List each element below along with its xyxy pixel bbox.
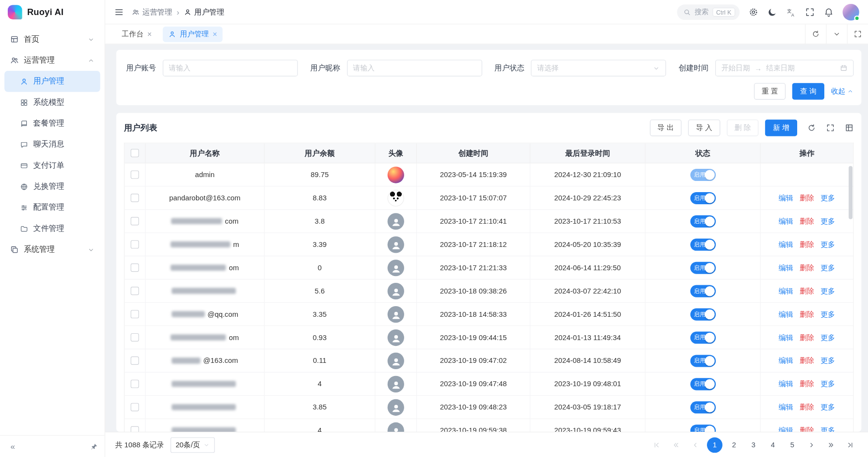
sidebar-item-operations[interactable]: 运营管理 <box>4 50 100 71</box>
delete-link[interactable]: 删除 <box>800 379 814 389</box>
page-number-button[interactable]: 1 <box>707 437 722 453</box>
select-all-checkbox[interactable] <box>131 149 139 157</box>
status-toggle[interactable]: 启用 <box>690 192 715 204</box>
edit-link[interactable]: 编辑 <box>779 193 793 203</box>
sidebar-subitem[interactable]: 文件管理 <box>4 218 100 239</box>
refresh-icon[interactable] <box>807 123 816 132</box>
status-select[interactable]: 请选择 <box>531 60 666 76</box>
dark-mode-icon[interactable] <box>767 7 777 17</box>
edit-link[interactable]: 编辑 <box>779 379 793 389</box>
close-icon[interactable]: × <box>147 30 152 38</box>
delete-link[interactable]: 删除 <box>800 309 814 319</box>
edit-link[interactable]: 编辑 <box>779 332 793 343</box>
delete-link[interactable]: 删除 <box>800 239 814 249</box>
breadcrumb-item-user-management[interactable]: 用户管理 <box>184 7 224 17</box>
first-page-button[interactable] <box>649 437 664 453</box>
hamburger-menu-icon[interactable] <box>114 7 124 17</box>
user-avatar[interactable] <box>843 3 859 20</box>
more-link[interactable]: 更多 <box>821 379 835 389</box>
prev-page-button[interactable] <box>688 437 703 453</box>
sidebar-subitem[interactable]: 套餐管理 <box>4 113 100 134</box>
row-checkbox[interactable] <box>131 310 139 318</box>
add-button[interactable]: 新 增 <box>765 119 797 136</box>
sidebar-subitem[interactable]: 兑换管理 <box>4 176 100 197</box>
page-number-button[interactable]: 2 <box>726 437 742 453</box>
edit-link[interactable]: 编辑 <box>779 356 793 366</box>
edit-link[interactable]: 编辑 <box>779 286 793 296</box>
nickname-input[interactable]: 请输入 <box>347 60 482 76</box>
edit-link[interactable]: 编辑 <box>779 262 793 273</box>
table-scrollbar[interactable] <box>849 164 852 432</box>
row-checkbox[interactable] <box>131 333 139 342</box>
row-checkbox[interactable] <box>131 380 139 388</box>
sidebar-item-home[interactable]: 首页 <box>4 29 100 49</box>
pin-icon[interactable] <box>90 442 98 450</box>
sidebar-subitem[interactable]: 支付订单 <box>4 155 100 176</box>
status-toggle[interactable]: 启用 <box>690 331 715 343</box>
status-toggle[interactable]: 启用 <box>690 261 715 274</box>
row-checkbox[interactable] <box>131 170 139 179</box>
more-link[interactable]: 更多 <box>821 193 835 203</box>
more-link[interactable]: 更多 <box>821 332 835 343</box>
edit-link[interactable]: 编辑 <box>779 425 793 432</box>
export-button[interactable]: 导 出 <box>650 119 682 136</box>
row-checkbox[interactable] <box>131 357 139 365</box>
row-checkbox[interactable] <box>131 263 139 272</box>
reset-button[interactable]: 重 置 <box>754 83 786 99</box>
sidebar-subitem[interactable]: 用户管理 <box>4 71 100 92</box>
edit-link[interactable]: 编辑 <box>779 309 793 319</box>
tab-options-button[interactable] <box>826 24 847 44</box>
settings-icon[interactable] <box>749 7 759 17</box>
prev-pages-button[interactable] <box>668 437 684 453</box>
search-button[interactable]: 查 询 <box>792 83 824 99</box>
status-toggle[interactable]: 启用 <box>690 168 715 180</box>
status-toggle[interactable]: 启用 <box>690 285 715 297</box>
delete-button[interactable]: 删 除 <box>727 119 759 136</box>
sidebar-subitem[interactable]: 聊天消息 <box>4 134 100 155</box>
delete-link[interactable]: 删除 <box>800 425 814 432</box>
edit-link[interactable]: 编辑 <box>779 402 793 412</box>
edit-link[interactable]: 编辑 <box>779 216 793 227</box>
more-link[interactable]: 更多 <box>821 425 835 432</box>
scrollbar-thumb[interactable] <box>849 166 852 219</box>
next-page-button[interactable] <box>804 437 819 453</box>
sidebar-subitem[interactable]: 配置管理 <box>4 197 100 218</box>
status-toggle[interactable]: 启用 <box>690 238 715 250</box>
page-size-select[interactable]: 20条/页 <box>171 437 215 453</box>
import-button[interactable]: 导 入 <box>688 119 720 136</box>
breadcrumb-item-operations[interactable]: 运营管理 <box>132 7 172 17</box>
more-link[interactable]: 更多 <box>821 402 835 412</box>
language-icon[interactable]: 文A <box>786 7 796 17</box>
collapse-filters-link[interactable]: 收起 <box>831 86 854 97</box>
delete-link[interactable]: 删除 <box>800 286 814 296</box>
row-checkbox[interactable] <box>131 217 139 225</box>
edit-link[interactable]: 编辑 <box>779 239 793 249</box>
date-range-picker[interactable]: 开始日期 → 结束日期 <box>715 60 853 76</box>
delete-link[interactable]: 删除 <box>800 356 814 366</box>
page-number-button[interactable]: 5 <box>785 437 800 453</box>
delete-link[interactable]: 删除 <box>800 262 814 273</box>
status-toggle[interactable]: 启用 <box>690 215 715 227</box>
more-link[interactable]: 更多 <box>821 239 835 249</box>
notifications-icon[interactable] <box>824 7 834 17</box>
row-checkbox[interactable] <box>131 403 139 411</box>
row-checkbox[interactable] <box>131 426 139 432</box>
delete-link[interactable]: 删除 <box>800 193 814 203</box>
more-link[interactable]: 更多 <box>821 216 835 227</box>
close-icon[interactable]: × <box>213 30 217 38</box>
delete-link[interactable]: 删除 <box>800 216 814 227</box>
row-checkbox[interactable] <box>131 287 139 295</box>
next-pages-button[interactable] <box>823 437 839 453</box>
delete-link[interactable]: 删除 <box>800 402 814 412</box>
row-checkbox[interactable] <box>131 240 139 248</box>
column-settings-icon[interactable] <box>845 123 853 132</box>
row-checkbox[interactable] <box>131 194 139 202</box>
more-link[interactable]: 更多 <box>821 286 835 296</box>
collapse-sidebar-button[interactable]: « <box>7 441 19 453</box>
account-input[interactable]: 请输入 <box>163 60 297 76</box>
status-toggle[interactable]: 启用 <box>690 355 715 367</box>
more-link[interactable]: 更多 <box>821 262 835 273</box>
sidebar-item-system[interactable]: 系统管理 <box>4 239 100 260</box>
status-toggle[interactable]: 启用 <box>690 378 715 390</box>
status-toggle[interactable]: 启用 <box>690 308 715 320</box>
